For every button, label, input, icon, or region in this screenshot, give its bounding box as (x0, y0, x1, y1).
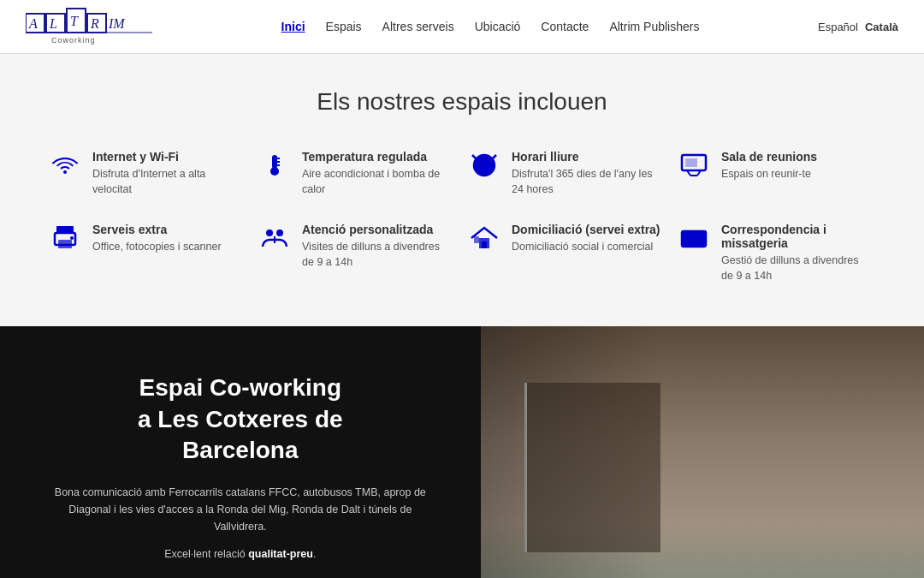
feature-mail-title: Correspondencia i missatgeria (721, 223, 873, 250)
wifi-icon (51, 152, 82, 185)
svg-rect-11 (272, 155, 277, 169)
feature-domiciliation-title: Domiciliació (servei extra) (512, 223, 660, 236)
svg-rect-39 (660, 348, 797, 510)
svg-text:T: T (70, 14, 79, 28)
svg-text:L: L (49, 16, 57, 31)
svg-rect-40 (506, 395, 574, 442)
feature-person: Atenció personalitzada Visites de dillun… (261, 223, 453, 283)
svg-rect-46 (591, 498, 762, 532)
room-photo (481, 326, 924, 578)
feature-printer-title: Serveis extra (92, 223, 222, 236)
svg-rect-47 (608, 485, 634, 502)
svg-point-49 (600, 347, 634, 357)
nav-inici[interactable]: Inici (281, 20, 305, 33)
home-icon (471, 224, 501, 258)
feature-clock: Horari lliure Disfruta'l 365 dies de l'a… (471, 150, 663, 197)
temp-icon (261, 152, 292, 185)
feature-wifi: Internet y Wi-Fi Disfruta d'Internet a a… (51, 150, 244, 197)
svg-text:R: R (90, 16, 99, 31)
lang-espanol[interactable]: Español (818, 21, 858, 33)
svg-rect-36 (481, 549, 924, 578)
svg-text:Coworking: Coworking (51, 36, 96, 45)
svg-rect-38 (651, 343, 805, 515)
feature-clock-desc: Disfruta'l 365 dies de l'any les 24 hore… (512, 167, 663, 197)
main-nav: Inici Espais Altres serveis Ubicació Con… (281, 20, 700, 33)
features-section: Els nostres espais inclouen Internet y W… (0, 54, 924, 326)
promo-section: Espai Co-working a Les Cotxeres de Barce… (0, 326, 924, 578)
nav-ubicacio[interactable]: Ubicació (475, 20, 521, 33)
svg-rect-37 (481, 326, 583, 578)
svg-point-27 (276, 229, 283, 236)
meeting-icon (680, 152, 711, 185)
logo-image: A L T R IM Coworking (26, 7, 163, 46)
svg-rect-45 (856, 361, 869, 386)
person-icon (261, 224, 292, 258)
promo-heading: Espai Co-working a Les Cotxeres de Barce… (43, 372, 438, 466)
svg-point-25 (70, 236, 74, 240)
lang-catala[interactable]: Català (865, 21, 898, 33)
feature-mail-desc: Gestió de dilluns a divendres de 9 a 14h (721, 253, 873, 283)
svg-rect-43 (822, 352, 908, 506)
nav-altres-serveis[interactable]: Altres serveis (382, 20, 454, 33)
promo-text-area: Espai Co-working a Les Cotxeres de Barce… (0, 326, 481, 578)
svg-rect-48 (651, 485, 677, 502)
feature-meeting-desc: Espais on reunir-te (721, 167, 817, 182)
feature-temp: Temperatura regulada Aire acondicionat i… (261, 150, 453, 197)
feature-person-desc: Visites de dilluns a divendres de 9 a 14… (302, 240, 453, 270)
feature-mail: Correspondencia i missatgeria Gestió de … (680, 223, 873, 283)
svg-rect-44 (839, 369, 852, 386)
printer-icon (51, 224, 82, 258)
svg-point-50 (762, 347, 797, 357)
nav-espais[interactable]: Espais (326, 20, 362, 33)
svg-rect-30 (474, 236, 479, 243)
feature-printer: Serveis extra Office, fotocopies i scann… (51, 223, 244, 283)
feature-temp-title: Temperatura regulada (302, 150, 453, 164)
logo-area: A L T R IM Coworking (26, 7, 163, 46)
features-grid: Internet y Wi-Fi Disfruta d'Internet a a… (51, 150, 873, 283)
svg-rect-41 (507, 396, 572, 439)
svg-point-12 (270, 167, 279, 176)
svg-text:IM: IM (108, 16, 126, 31)
feature-printer-desc: Office, fotocopies i scanner (92, 240, 222, 255)
feature-wifi-desc: Disfruta d'Internet a alta velocitat (92, 167, 244, 197)
features-title: Els nostres espais inclouen (51, 88, 873, 116)
svg-rect-18 (685, 158, 697, 167)
nav-contacte[interactable]: Contacte (541, 20, 589, 33)
promo-quality: Excel·lent relació qualitat-preu. (43, 545, 438, 563)
feature-temp-desc: Aire acondicionat i bomba de calor (302, 167, 453, 197)
feature-clock-title: Horari lliure (512, 150, 663, 164)
site-header: A L T R IM Coworking Inici Espais Altres… (0, 0, 924, 54)
svg-point-26 (266, 229, 273, 236)
clock-icon (471, 152, 501, 185)
svg-text:A: A (28, 16, 38, 31)
feature-wifi-title: Internet y Wi-Fi (92, 150, 244, 164)
promo-body: Bona comunicació amb Ferrocarrils catala… (43, 484, 438, 535)
svg-rect-34 (481, 326, 924, 578)
nav-altrim-publishers[interactable]: Altrim Publishers (609, 20, 699, 33)
promo-image-area (481, 326, 924, 578)
feature-meeting: Sala de reunions Espais on reunir-te (680, 150, 873, 197)
feature-domiciliation-desc: Domiciliació social i comercial (512, 240, 660, 255)
svg-rect-42 (647, 326, 662, 578)
mail-icon (680, 224, 711, 258)
feature-person-title: Atenció personalitzada (302, 223, 453, 236)
svg-rect-32 (482, 241, 487, 248)
language-switcher: Español Català (818, 21, 898, 33)
feature-domiciliation: Domiciliació (servei extra) Domiciliació… (471, 223, 663, 283)
svg-rect-35 (481, 326, 924, 378)
feature-meeting-title: Sala de reunions (721, 150, 817, 164)
svg-rect-24 (58, 240, 72, 248)
